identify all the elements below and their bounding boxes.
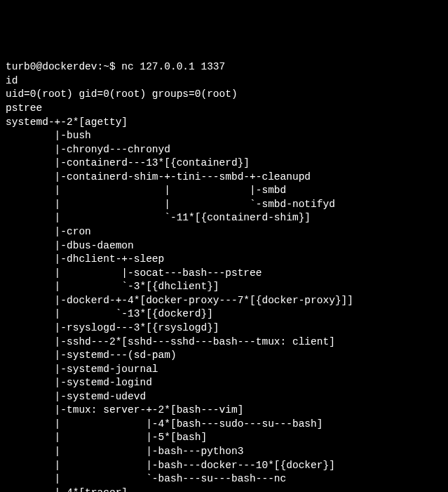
terminal-line: uid=0(root) gid=0(root) groups=0(root) [6, 88, 442, 102]
terminal-line: | `-13*[{dockerd}] [6, 307, 442, 321]
terminal-line: |-bush [6, 129, 442, 143]
terminal-line: |-systemd-logind [6, 376, 442, 390]
terminal-line: | |-5*[bash] [6, 431, 442, 445]
terminal-line: id [6, 74, 442, 88]
terminal-line: |-4*[tracer] [6, 486, 442, 492]
terminal-line: |-systemd---(sd-pam) [6, 349, 442, 363]
terminal-line: | |-bash---python3 [6, 445, 442, 459]
shell-prompt: turb0@dockerdev:~$ nc 127.0.0.1 1337 [6, 60, 442, 74]
terminal-line: |-dhclient-+-sleep [6, 253, 442, 267]
terminal-line: |-sshd---2*[sshd---sshd---bash---tmux: c… [6, 335, 442, 350]
terminal-output[interactable]: turb0@dockerdev:~$ nc 127.0.0.1 1337idui… [6, 60, 442, 492]
terminal-line: systemd-+-2*[agetty] [6, 116, 442, 130]
terminal-line: |-rsyslogd---3*[{rsyslogd}] [6, 321, 442, 335]
terminal-line: | `-11*[{containerd-shim}] [6, 211, 442, 225]
terminal-line: | |-bash---docker---10*[{docker}] [6, 459, 442, 473]
terminal-line: | `-bash---su---bash---nc [6, 472, 442, 486]
terminal-line: | |-4*[bash---sudo---su---bash] [6, 418, 442, 432]
terminal-line: | | |-smbd [6, 184, 442, 198]
terminal-line: |-containerd---13*[{containerd}] [6, 157, 442, 171]
terminal-line: |-systemd-udevd [6, 390, 442, 404]
terminal-line: | `-3*[{dhclient}] [6, 280, 442, 294]
terminal-line: |-tmux: server-+-2*[bash---vim] [6, 404, 442, 418]
terminal-line: |-systemd-journal [6, 363, 442, 377]
terminal-line: |-containerd-shim-+-tini---smbd-+-cleanu… [6, 171, 442, 185]
terminal-line: |-cron [6, 225, 442, 239]
terminal-line: |-dockerd-+-4*[docker-proxy---7*[{docker… [6, 294, 442, 308]
terminal-line: |-dbus-daemon [6, 239, 442, 253]
terminal-line: | |-socat---bash---pstree [6, 267, 442, 281]
terminal-line: |-chronyd---chronyd [6, 143, 442, 157]
terminal-line: | | `-smbd-notifyd [6, 198, 442, 212]
terminal-line: pstree [6, 102, 442, 116]
